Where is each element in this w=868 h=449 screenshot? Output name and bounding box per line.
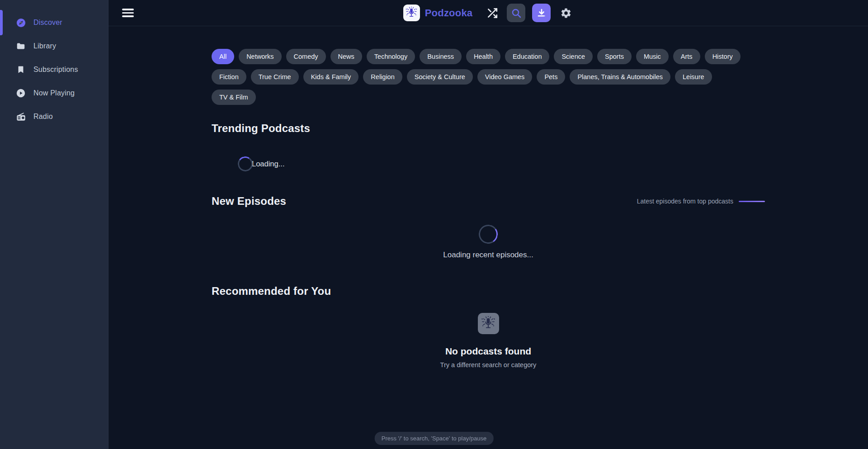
radio-icon [15,111,26,122]
trending-loader: Loading... [238,156,765,171]
microphone-burst-icon [403,5,420,21]
category-chip-planes-trains-automobiles[interactable]: Planes, Trains & Automobiles [570,69,670,85]
empty-state: No podcasts found Try a different search… [212,313,765,369]
spinner-icon [236,155,254,172]
category-chip-religion[interactable]: Religion [363,69,402,85]
category-chip-music[interactable]: Music [636,49,669,64]
new-episodes-subtitle: Latest episodes from top podcasts [637,198,733,205]
category-chip-education[interactable]: Education [505,49,550,64]
category-chip-true-crime[interactable]: True Crime [251,69,299,85]
category-chip-sports[interactable]: Sports [597,49,632,64]
keyboard-hint: Press '/' to search, 'Space' to play/pau… [375,432,494,445]
gear-icon[interactable] [559,6,573,20]
section-trending: Trending Podcasts Loading... [212,122,765,171]
search-icon[interactable] [507,4,525,22]
category-chip-pets[interactable]: Pets [537,69,565,85]
category-chip-networks[interactable]: Networks [239,49,281,64]
category-chip-fiction[interactable]: Fiction [212,69,246,85]
trending-loading-text: Loading... [252,160,284,168]
sidebar-item-library[interactable]: Library [0,34,108,58]
category-chip-all[interactable]: All [212,49,234,64]
compass-icon [15,17,26,28]
microphone-burst-icon [478,313,499,334]
sidebar: Discover Library Subscriptions Now Playi… [0,0,108,449]
sidebar-item-radio[interactable]: Radio [0,105,108,128]
category-chip-arts[interactable]: Arts [673,49,700,64]
category-chip-tv-film[interactable]: TV & Film [212,90,256,105]
category-filter: AllNetworksComedyNewsTechnologyBusinessH… [212,49,765,105]
category-chip-news[interactable]: News [330,49,362,64]
app-title: Podzooka [425,7,473,19]
content-scroll: AllNetworksComedyNewsTechnologyBusinessH… [108,26,868,449]
sidebar-nav: Discover Library Subscriptions Now Playi… [0,11,108,128]
category-chip-business[interactable]: Business [420,49,462,64]
new-episodes-subtitle-group: Latest episodes from top podcasts [637,198,765,205]
play-circle-icon [15,88,26,99]
sidebar-item-discover[interactable]: Discover [0,11,108,34]
trending-title: Trending Podcasts [212,122,765,135]
new-episodes-loading-text: Loading recent episodes... [443,250,533,260]
menu-icon[interactable] [122,8,136,19]
category-chip-video-games[interactable]: Video Games [477,69,533,85]
accent-line [739,201,765,202]
empty-state-title: No podcasts found [445,346,531,357]
new-episodes-title: New Episodes [212,195,286,208]
main-area: Podzooka [108,0,868,449]
header: Podzooka [108,0,868,26]
category-chip-leisure[interactable]: Leisure [675,69,712,85]
app-window: Discover Library Subscriptions Now Playi… [0,0,868,449]
category-chip-kids-family[interactable]: Kids & Family [303,69,359,85]
folder-icon [15,41,26,52]
category-chip-history[interactable]: History [705,49,741,64]
spinner-icon [477,223,500,246]
download-icon[interactable] [532,4,551,22]
sidebar-item-subscriptions[interactable]: Subscriptions [0,58,108,81]
empty-state-subtitle: Try a different search or category [440,361,537,369]
sidebar-item-now-playing[interactable]: Now Playing [0,81,108,105]
category-chip-science[interactable]: Science [554,49,593,64]
shuffle-icon[interactable] [485,6,500,20]
category-chip-comedy[interactable]: Comedy [286,49,326,64]
category-chip-health[interactable]: Health [466,49,500,64]
bookmark-icon [15,64,26,75]
recommended-title: Recommended for You [212,285,765,298]
category-chip-technology[interactable]: Technology [367,49,415,64]
section-recommended: Recommended for You No podcasts found Tr… [212,285,765,369]
new-episodes-loader: Loading recent episodes... [212,225,765,260]
header-center: Podzooka [403,4,574,22]
section-new-episodes: New Episodes Latest episodes from top po… [212,195,765,260]
category-chip-society-culture[interactable]: Society & Culture [407,69,473,85]
